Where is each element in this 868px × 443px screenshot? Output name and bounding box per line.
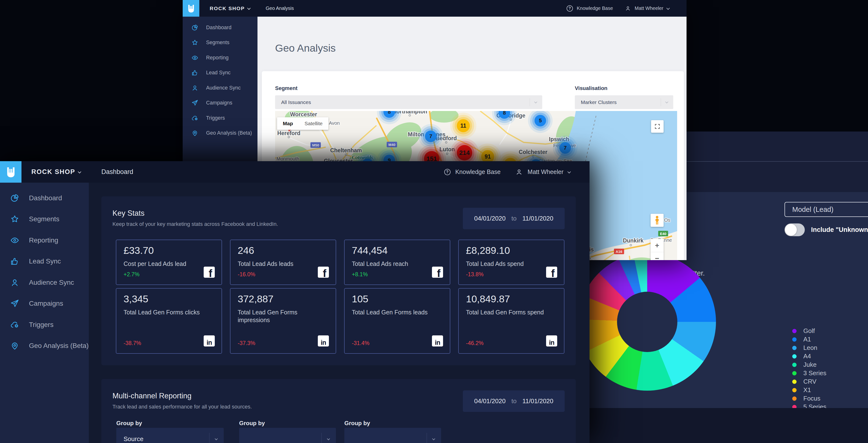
marker-cluster-11[interactable]: 11 xyxy=(457,119,470,132)
marker-cluster-214[interactable]: 214 xyxy=(457,145,472,160)
user-menu[interactable]: Matt Wheeler xyxy=(528,168,563,176)
sidebar-item-label: Triggers xyxy=(29,321,54,329)
sidebar-item-triggers[interactable]: Triggers xyxy=(183,110,257,126)
sidebar-item-segments[interactable]: Segments xyxy=(0,209,89,230)
model-lead-field[interactable]: Model (Lead) xyxy=(784,202,868,217)
streetview-pegman[interactable] xyxy=(651,214,663,227)
user-menu[interactable]: Matt Wheeler xyxy=(634,5,663,11)
stat-delta: +8.1% xyxy=(352,271,368,278)
group-by-select-3[interactable] xyxy=(344,428,441,443)
sidebar-item-dashboard[interactable]: Dashboard xyxy=(183,20,257,35)
legend-label: Golf xyxy=(803,327,815,335)
knowledge-base-link[interactable]: Knowledge Base xyxy=(455,168,501,176)
sidebar-item-reporting[interactable]: Reporting xyxy=(183,50,257,65)
stat-card-total-lead-gen-forms-clicks: 3,345Total Lead Gen Forms clicks-38.7%in xyxy=(116,288,222,354)
legend-item-3-series[interactable]: 3 Series xyxy=(792,369,826,377)
stat-delta: -38.7% xyxy=(124,340,141,347)
stat-label: Total Lead Ads leads xyxy=(238,260,317,267)
legend-item-leon[interactable]: Leon xyxy=(792,344,826,352)
sidebar-item-audience-sync[interactable]: Audience Sync xyxy=(183,81,257,96)
segment-select[interactable]: All Issuances xyxy=(275,95,542,109)
legend-item-focus[interactable]: Focus xyxy=(792,394,826,403)
stat-value: £33.70 xyxy=(124,245,154,256)
stat-value: 246 xyxy=(238,245,254,256)
map-label-northampton: Northampton xyxy=(392,111,427,115)
visualisation-label: Visualisation xyxy=(575,85,608,91)
legend-dot xyxy=(792,397,797,401)
sidebar-item-campaigns[interactable]: Campaigns xyxy=(183,96,257,111)
chevron-down-icon xyxy=(567,170,571,173)
town-dot xyxy=(345,154,347,156)
stat-card-total-lead-ads-leads: 246Total Lead Ads leads-16.0%f xyxy=(230,240,336,285)
stat-card-total-lead-gen-forms-impressions: 372,887Total Lead Gen Forms impressions-… xyxy=(230,288,336,354)
town-dot xyxy=(446,153,448,155)
chevron-down-icon xyxy=(666,6,670,10)
sidebar-item-reporting[interactable]: Reporting xyxy=(0,230,89,251)
map-button[interactable]: Map xyxy=(277,117,299,130)
sidebar-item-campaigns[interactable]: Campaigns xyxy=(0,293,89,314)
legend-item-crv[interactable]: CRV xyxy=(792,377,826,386)
zoom-in-button[interactable]: + xyxy=(651,239,663,252)
town-dot xyxy=(630,244,632,246)
dashboard-window: ROCK SHOP Dashboard ? Knowledge Base Mat… xyxy=(0,161,590,443)
legend-dot xyxy=(792,346,797,350)
map-label-os: Os xyxy=(664,217,670,223)
sidebar-item-triggers[interactable]: Triggers xyxy=(0,314,89,336)
sidebar-item-label: Lead Sync xyxy=(206,70,231,76)
geo-topbar: ROCK SHOP Geo Analysis ? Knowledge Base … xyxy=(183,0,686,17)
account-switcher[interactable]: ROCK SHOP xyxy=(210,0,250,17)
page-title-topbar: Geo Analysis xyxy=(266,0,294,17)
legend-dot xyxy=(792,388,797,392)
group-by-select-1[interactable]: Source xyxy=(116,428,224,443)
leadsync-icon xyxy=(10,257,19,266)
legend-item-x1[interactable]: X1 xyxy=(792,386,826,394)
legend-dot xyxy=(792,371,797,375)
stat-card-total-lead-gen-forms-leads: 105Total Lead Gen Forms leads-31.4%in xyxy=(344,288,450,354)
linkedin-icon: in xyxy=(318,336,329,347)
map-label-colchester: Colchester xyxy=(519,149,548,155)
sidebar-item-geo-analysis-beta[interactable]: Geo Analysis (Beta) xyxy=(183,126,257,141)
facebook-icon: f xyxy=(546,266,557,278)
marker-cluster-7[interactable]: 7 xyxy=(425,130,437,142)
geo-topbar-right: ? Knowledge Base Matt Wheeler xyxy=(567,0,670,17)
sidebar-item-audience-sync[interactable]: Audience Sync xyxy=(0,272,89,293)
stat-delta: -37.3% xyxy=(238,340,255,347)
sidebar-item-label: Segments xyxy=(206,39,229,45)
legend-item-a1[interactable]: A1 xyxy=(792,335,826,344)
sidebar-item-geo-analysis-beta[interactable]: Geo Analysis (Beta) xyxy=(0,336,89,357)
account-switcher[interactable]: ROCK SHOP xyxy=(31,161,81,183)
rockshop-logo[interactable] xyxy=(183,0,199,17)
rockshop-logo[interactable] xyxy=(0,161,22,183)
include-unknown-toggle[interactable] xyxy=(784,223,805,236)
legend-item-golf[interactable]: Golf xyxy=(792,327,826,335)
marker-cluster-7[interactable]: 7 xyxy=(559,142,571,154)
sidebar-item-segments[interactable]: Segments xyxy=(183,35,257,51)
sidebar-item-label: Audience Sync xyxy=(29,279,74,286)
map-label-monmouth: Monmouth xyxy=(277,156,300,162)
legend-item-juke[interactable]: Juke xyxy=(792,360,826,369)
map-zoom-control: + − xyxy=(651,239,663,260)
multi-channel-daterange[interactable]: 04/01/2020 to 11/01/2020 xyxy=(463,390,565,412)
include-unknown-label: Include "Unknown" xyxy=(811,226,868,233)
sidebar-item-lead-sync[interactable]: Lead Sync xyxy=(0,251,89,272)
visualisation-select[interactable]: Marker Clusters xyxy=(575,95,673,109)
satellite-button[interactable]: Satellite xyxy=(299,117,329,130)
sidebar-item-label: Campaigns xyxy=(29,300,63,307)
legend-item-a4[interactable]: A4 xyxy=(792,352,826,360)
marker-cluster-5[interactable]: 5 xyxy=(534,115,546,126)
stat-value: 105 xyxy=(352,293,368,305)
chevron-down-icon xyxy=(530,98,542,106)
key-stats-daterange[interactable]: 04/01/2020 to 11/01/2020 xyxy=(463,208,565,229)
date-to: 11/01/2020 xyxy=(522,398,553,405)
stat-card-total-lead-ads-reach: 744,454Total Lead Ads reach+8.1%f xyxy=(344,240,450,285)
model-donut-chart[interactable] xyxy=(579,253,716,391)
multi-channel-title: Multi-channel Reporting xyxy=(113,391,191,400)
knowledge-base-link[interactable]: Knowledge Base xyxy=(577,5,613,11)
road-badge-m40: M40 xyxy=(386,142,397,148)
stat-value: 744,454 xyxy=(352,245,388,256)
sidebar-item-dashboard[interactable]: Dashboard xyxy=(0,188,89,209)
fullscreen-button[interactable] xyxy=(651,120,663,133)
sidebar-item-lead-sync[interactable]: Lead Sync xyxy=(183,65,257,81)
zoom-out-button[interactable]: − xyxy=(651,252,663,260)
group-by-select-2[interactable] xyxy=(239,428,336,443)
